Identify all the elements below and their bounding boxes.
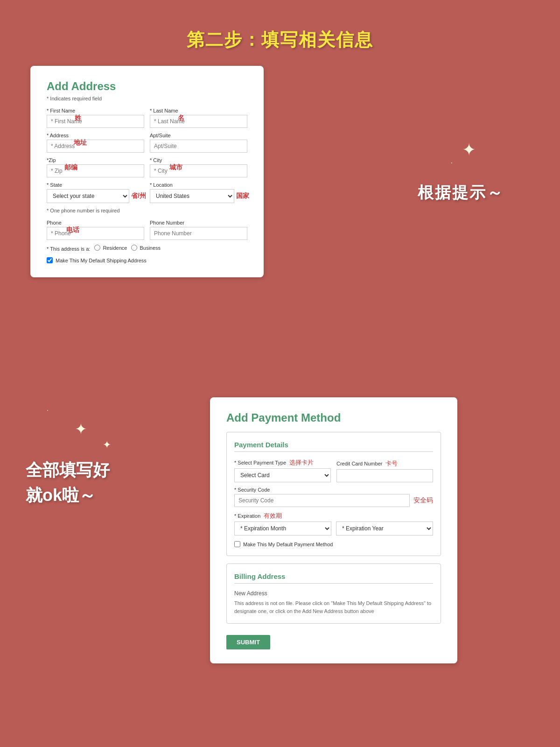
first-name-input[interactable] xyxy=(47,115,144,128)
phone-number-label: Phone Number xyxy=(150,220,247,226)
address-section: Add Address * Indicates required field *… xyxy=(0,66,560,383)
card-number-label: Credit Card Number 卡号 xyxy=(336,459,433,468)
page-title: 第二步：填写相关信息 xyxy=(0,28,560,52)
card-number-group: Credit Card Number 卡号 xyxy=(336,459,433,482)
cn-state: 省/州 xyxy=(131,192,146,200)
phone-note: * One phone number is required xyxy=(47,208,247,213)
payment-type-select[interactable]: Select Card xyxy=(234,468,331,482)
card-number-input[interactable] xyxy=(336,469,433,482)
cn-location: 国家 xyxy=(236,192,249,200)
address-type-label: * This address is a: xyxy=(47,246,90,252)
last-name-group: * Last Name 名 xyxy=(150,108,247,128)
first-name-label: * First Name xyxy=(47,108,144,113)
security-code-input[interactable] xyxy=(234,494,410,507)
location-group: * Location United States 国家 xyxy=(150,182,247,203)
apt-label: Apt/Suite xyxy=(150,133,247,138)
payment-type-group: * Select Payment Type 选择卡片 Select Card xyxy=(234,458,331,482)
zip-input[interactable] xyxy=(47,164,144,177)
cn-card-number: 卡号 xyxy=(385,460,398,467)
location-label: * Location xyxy=(150,182,247,188)
default-shipping-label: Make This My Default Shipping Address xyxy=(56,258,147,263)
required-note: * Indicates required field xyxy=(47,96,247,101)
submit-button[interactable]: SUBMIT xyxy=(226,635,270,649)
default-payment-row: Make This My Default Payment Method xyxy=(234,541,433,547)
payment-details-title: Payment Details xyxy=(234,441,433,452)
apt-group: Apt/Suite xyxy=(150,133,247,153)
phone-number-group: Phone Number xyxy=(150,220,247,240)
state-location-row: * State Select your state 省/州 * Location… xyxy=(47,182,247,203)
name-row: * First Name 姓 * Last Name 名 xyxy=(47,108,247,128)
address-group: * Address 地址 xyxy=(47,133,144,153)
billing-subtitle: New Address xyxy=(234,590,433,597)
phone-input[interactable] xyxy=(47,227,144,240)
zip-label: *Zip xyxy=(47,157,144,163)
expiration-group: * Expiration 有效期 * Expiration Month * Ex… xyxy=(234,512,433,536)
first-name-group: * First Name 姓 xyxy=(47,108,144,128)
payment-section: Add Payment Method Payment Details * Sel… xyxy=(0,397,560,747)
default-shipping-checkbox[interactable] xyxy=(47,257,53,263)
address-row: * Address 地址 Apt/Suite xyxy=(47,133,247,153)
cn-expiration: 有效期 xyxy=(264,512,282,519)
city-label: * City xyxy=(150,157,247,163)
address-input[interactable] xyxy=(47,140,144,153)
last-name-label: * Last Name xyxy=(150,108,247,113)
exp-month-select[interactable]: * Expiration Month xyxy=(234,521,331,536)
zip-city-row: *Zip 邮编 * City 城市 xyxy=(47,157,247,177)
exp-year-select[interactable]: * Expiration Year xyxy=(336,521,433,536)
address-form-title: Add Address xyxy=(47,80,247,93)
state-select[interactable]: Select your state xyxy=(47,189,129,203)
residence-radio-label[interactable]: Residence xyxy=(94,245,127,251)
state-label: * State xyxy=(47,182,144,188)
page-title-area: 第二步：填写相关信息 xyxy=(0,0,560,52)
cn-select-card: 选择卡片 xyxy=(289,459,314,466)
address-type-row: * This address is a: Residence Business xyxy=(47,245,247,252)
city-input[interactable] xyxy=(150,164,247,177)
phone-group: Phone 电话 xyxy=(47,220,144,240)
expiration-label: * Expiration 有效期 xyxy=(234,512,433,520)
cn-security-code: 安全码 xyxy=(413,496,433,505)
security-code-group: * Security Code 安全码 xyxy=(234,487,433,507)
location-select[interactable]: United States xyxy=(150,189,234,203)
state-group: * State Select your state 省/州 xyxy=(47,182,144,203)
payment-form-card: Add Payment Method Payment Details * Sel… xyxy=(210,397,457,663)
apt-input[interactable] xyxy=(150,140,247,153)
billing-title: Billing Address xyxy=(234,572,433,584)
payment-type-label: * Select Payment Type 选择卡片 xyxy=(234,458,331,467)
phone-label: Phone xyxy=(47,220,144,226)
last-name-input[interactable] xyxy=(150,115,247,128)
payment-details-box: Payment Details * Select Payment Type 选择… xyxy=(226,432,441,556)
payment-form-title: Add Payment Method xyxy=(226,411,441,424)
payment-type-row: * Select Payment Type 选择卡片 Select Card C… xyxy=(234,458,433,482)
default-shipping-row: Make This My Default Shipping Address xyxy=(47,257,247,263)
business-label: Business xyxy=(140,245,161,251)
city-group: * City 城市 xyxy=(150,157,247,177)
phone-row: Phone 电话 Phone Number xyxy=(47,220,247,240)
business-radio-label[interactable]: Business xyxy=(131,245,161,251)
residence-label: Residence xyxy=(103,245,127,251)
address-label: * Address xyxy=(47,133,144,138)
default-payment-checkbox[interactable] xyxy=(234,541,240,547)
business-radio[interactable] xyxy=(131,245,137,251)
phone-number-input[interactable] xyxy=(150,227,247,240)
billing-note: This address is not on file. Please clic… xyxy=(234,599,433,615)
billing-address-box: Billing Address New Address This address… xyxy=(226,564,441,624)
zip-group: *Zip 邮编 xyxy=(47,157,144,177)
address-form-card: Add Address * Indicates required field *… xyxy=(30,66,264,277)
residence-radio[interactable] xyxy=(94,245,100,251)
security-code-label: * Security Code xyxy=(234,487,433,493)
default-payment-label: Make This My Default Payment Method xyxy=(243,542,333,547)
